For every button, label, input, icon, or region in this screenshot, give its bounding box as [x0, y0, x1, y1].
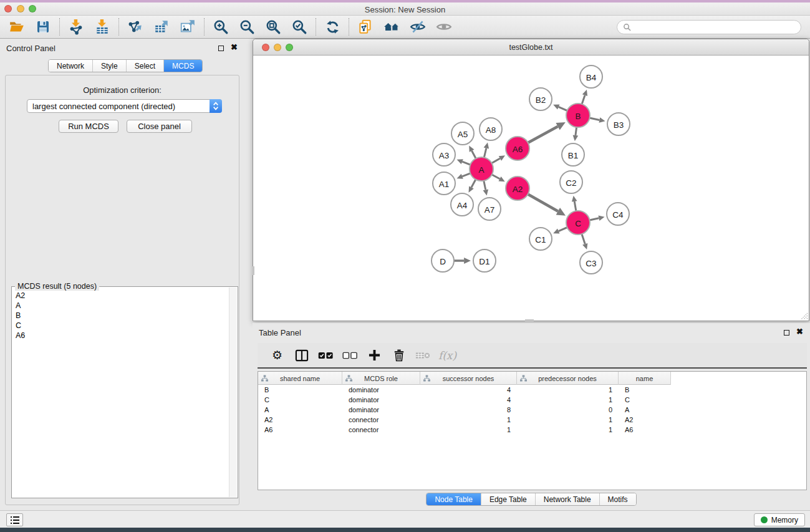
mcds-result-item[interactable]: C	[16, 321, 238, 331]
column-header-successor-nodes[interactable]: successor nodes	[420, 372, 517, 385]
table-panel: Table Panel ✖ ⚙ f(	[253, 323, 810, 506]
table-cell[interactable]: 1	[420, 426, 517, 433]
table-cell[interactable]: 4	[420, 396, 517, 404]
table-row[interactable]: Bdominator41B	[258, 385, 806, 395]
table-cell[interactable]: dominator	[342, 406, 420, 414]
result-scrollbar[interactable]	[229, 288, 237, 497]
search-box[interactable]	[617, 20, 801, 34]
table-cell[interactable]: dominator	[342, 396, 420, 404]
column-header-MCDS-role[interactable]: MCDS role	[342, 372, 420, 385]
close-window-button[interactable]	[4, 5, 12, 12]
zoom-window-button[interactable]	[29, 5, 36, 12]
close-network-window-button[interactable]	[262, 44, 269, 51]
zoom-selected-button[interactable]	[286, 17, 312, 37]
zoom-in-button[interactable]	[208, 17, 234, 37]
deselect-all-columns-button[interactable]	[338, 345, 362, 366]
mcds-result-item[interactable]: A	[16, 301, 238, 311]
mcds-result-item[interactable]: B	[16, 311, 238, 321]
close-panel-icon[interactable]: ✖	[796, 327, 803, 337]
export-image-button[interactable]	[175, 17, 201, 37]
table-cell[interactable]: A	[619, 406, 671, 414]
table-cell[interactable]: A	[258, 406, 342, 414]
zoom-out-button[interactable]	[234, 17, 260, 37]
table-row[interactable]: Adominator80A	[258, 405, 806, 415]
zoom-fit-button[interactable]	[260, 17, 286, 37]
table-row[interactable]: A2connector11A2	[258, 415, 806, 425]
table-cell[interactable]: A6	[258, 426, 342, 433]
tab-network-table[interactable]: Network Table	[535, 493, 599, 505]
mcds-result-list[interactable]: A2ABCA6	[12, 287, 238, 341]
table-cell[interactable]: 1	[517, 386, 619, 394]
mcds-result-item[interactable]: A2	[16, 291, 238, 301]
show-hide-button[interactable]	[431, 17, 457, 37]
table-cell[interactable]: 0	[517, 406, 619, 414]
table-cell[interactable]: B	[258, 386, 342, 394]
tab-node-table[interactable]: Node Table	[427, 493, 481, 505]
run-mcds-button[interactable]: Run MCDS	[59, 120, 118, 133]
table-cell[interactable]: dominator	[342, 386, 420, 394]
table-cell[interactable]: C	[258, 396, 342, 404]
open-session-button[interactable]	[4, 17, 30, 37]
search-input[interactable]	[635, 22, 795, 31]
float-panel-icon[interactable]	[784, 330, 789, 336]
table-cell[interactable]: 1	[420, 416, 517, 423]
table-cell[interactable]: connector	[342, 416, 420, 423]
table-cell[interactable]: A2	[619, 416, 671, 423]
node-table: shared nameMCDS rolesuccessor nodesprede…	[258, 371, 807, 490]
memory-button[interactable]: Memory	[754, 513, 805, 526]
zoom-network-window-button[interactable]	[286, 44, 293, 51]
show-columns-button[interactable]	[289, 345, 314, 366]
table-cell[interactable]: B	[619, 386, 671, 394]
tab-network[interactable]: Network	[49, 60, 92, 72]
hide-graphics-details-button[interactable]	[405, 17, 431, 37]
table-cell[interactable]: A2	[258, 416, 342, 423]
frame-resize-notch[interactable]	[525, 319, 534, 321]
table-header-row: shared nameMCDS rolesuccessor nodesprede…	[258, 372, 671, 385]
select-all-columns-button[interactable]	[314, 345, 338, 366]
tab-mcds[interactable]: MCDS	[163, 60, 202, 72]
table-cell[interactable]: C	[619, 396, 671, 404]
table-cell[interactable]: 1	[517, 426, 619, 433]
table-cell[interactable]: 8	[420, 406, 517, 414]
import-table-button[interactable]	[89, 17, 115, 37]
close-panel-button[interactable]: Close panel	[127, 120, 192, 133]
minimize-network-window-button[interactable]	[274, 44, 281, 51]
copy-network-button[interactable]	[352, 17, 378, 37]
table-settings-button[interactable]: ⚙	[265, 345, 289, 366]
column-header-name[interactable]: name	[619, 372, 671, 385]
save-session-button[interactable]	[30, 17, 56, 37]
graph-node-label: C2	[566, 178, 576, 188]
delete-column-button[interactable]	[387, 345, 411, 366]
network-window-titlebar[interactable]: testGlobe.txt	[253, 39, 809, 56]
criterion-dropdown[interactable]: largest connected component (directed)	[27, 99, 222, 113]
tab-select[interactable]: Select	[126, 60, 163, 72]
tab-motifs[interactable]: Motifs	[599, 493, 636, 505]
column-header-predecessor-nodes[interactable]: predecessor nodes	[517, 372, 619, 385]
table-row[interactable]: Cdominator41C	[258, 395, 806, 405]
table-row[interactable]: A6connector11A6	[258, 425, 806, 435]
import-network-button[interactable]	[63, 17, 89, 37]
open-folder-icon	[9, 19, 25, 35]
homes-button[interactable]	[378, 17, 405, 37]
apply-layout-button[interactable]	[319, 17, 345, 37]
table-cell[interactable]: 4	[420, 386, 517, 394]
table-cell[interactable]: connector	[342, 426, 420, 433]
column-header-shared-name[interactable]: shared name	[258, 372, 342, 385]
mcds-result-item[interactable]: A6	[16, 331, 238, 341]
checked-boxes-icon	[318, 351, 334, 360]
export-table-button[interactable]	[148, 17, 175, 37]
export-network-button[interactable]	[122, 17, 148, 37]
table-cell[interactable]: 1	[517, 416, 619, 423]
task-history-button[interactable]	[6, 513, 23, 526]
table-cell[interactable]: A6	[619, 426, 671, 433]
create-column-button[interactable]	[362, 345, 387, 366]
tab-style[interactable]: Style	[92, 60, 126, 72]
resize-grip-icon[interactable]	[800, 312, 808, 320]
frame-resize-notch[interactable]	[253, 266, 254, 275]
close-panel-icon[interactable]: ✖	[231, 42, 238, 52]
float-panel-icon[interactable]	[218, 46, 224, 51]
tab-edge-table[interactable]: Edge Table	[481, 493, 535, 505]
table-cell[interactable]: 1	[517, 396, 619, 404]
minimize-window-button[interactable]	[17, 5, 24, 12]
network-graph[interactable]: B4B2BB3B1A5A8A3A6AA1A2A4A7C2C4CC1C3DD1	[253, 56, 809, 321]
